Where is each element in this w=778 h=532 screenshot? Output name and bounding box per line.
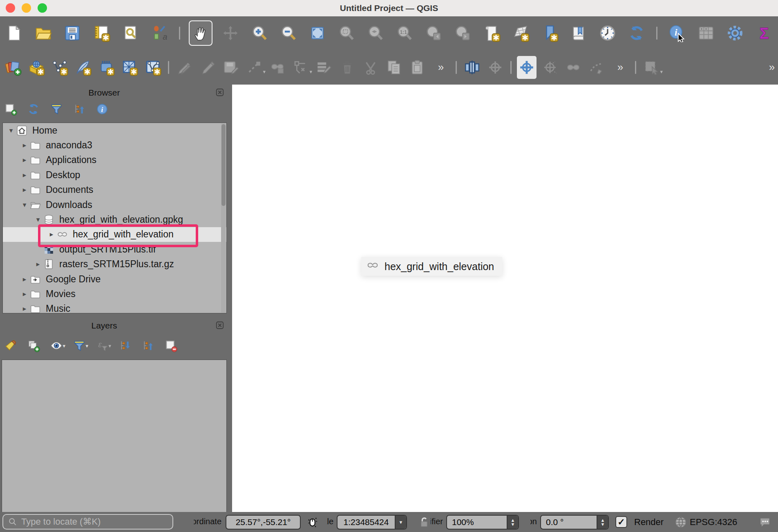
new-shapefile-layer-button[interactable] [50,56,69,79]
dropdown-arrow-icon[interactable]: ▾ [63,343,65,349]
expander-closed-icon[interactable]: ▸ [20,171,29,179]
digitizing-overflow-button[interactable]: » [431,56,450,79]
crs-globe-icon[interactable] [674,516,687,530]
scrollbar-thumb[interactable] [221,124,226,206]
dropdown-arrow-icon[interactable]: ▾ [309,69,312,75]
toolbar-separator [456,61,457,74]
dropdown-arrow-icon[interactable]: ▾ [85,343,88,349]
zoom-in-button[interactable] [248,21,271,45]
refresh-map-button[interactable] [626,21,648,45]
open-layer-styling-button[interactable] [3,338,18,353]
zoom-out-button[interactable] [277,21,300,45]
browser-item-output-srtm15plus-tif[interactable]: output_SRTM15Plus.tif [3,242,226,257]
scale-dropdown-arrow[interactable]: ▼ [395,516,406,529]
project-save-button[interactable] [61,21,83,45]
browser-properties-button[interactable]: i [95,102,110,116]
expander-closed-icon[interactable]: ▸ [47,230,56,239]
new-spatial-bookmark-button[interactable] [539,21,561,45]
style-manager-button[interactable]: a [148,21,170,45]
new-geopackage-layer-button[interactable] [143,56,163,79]
expander-open-icon[interactable]: ▾ [6,126,16,135]
expander-closed-icon[interactable]: ▸ [20,186,29,194]
map-canvas[interactable]: hex_grid_with_elevation [232,85,778,512]
expand-all-layers-button[interactable] [118,338,132,353]
render-checkbox[interactable]: ✓ [615,516,627,528]
lock-scale-icon[interactable] [418,516,431,530]
browser-item-rasters-srtm15plus-tar-gz[interactable]: ▸rasters_SRTM15Plus.tar.gz [3,257,226,272]
dropdown-arrow-icon[interactable]: ▾ [108,343,111,349]
dropdown-arrow-icon[interactable]: ▾ [263,69,266,75]
browser-item-hex-grid-with-elevation-gpkg[interactable]: ▾hex_grid_with_elevation.gpkg [3,212,226,227]
expander-open-icon[interactable]: ▾ [20,201,29,209]
statistical-summary-button[interactable]: Σ [753,21,775,45]
browser-item-hex-grid-with-elevation[interactable]: ▸hex_grid_with_elevation [3,227,226,242]
new-3d-map-view-button[interactable] [510,21,532,45]
expander-closed-icon[interactable]: ▸ [33,260,43,268]
layers-panel-close-icon[interactable] [215,321,224,330]
dropdown-arrow-icon[interactable]: ▾ [660,69,663,75]
zoom-window-button[interactable] [38,3,47,13]
filter-browser-button[interactable] [49,102,64,116]
manage-map-themes-button[interactable]: ▾ [49,338,64,353]
magnifier-spinner[interactable]: ▲▼ [507,516,518,529]
project-open-button[interactable] [32,21,54,45]
browser-item-movies[interactable]: ▸Movies [3,286,226,301]
browser-item-applications[interactable]: ▸Applications [3,153,226,168]
collapse-all-layers-button[interactable] [141,338,155,353]
browser-scrollbar[interactable] [221,123,226,313]
project-new-button[interactable] [3,21,25,45]
new-map-view-button[interactable] [481,21,503,45]
browser-item-desktop[interactable]: ▸Desktop [3,168,226,182]
browser-item-home[interactable]: ▾Home [3,123,226,138]
zoom-full-button[interactable] [306,21,329,45]
add-group-button[interactable] [26,338,41,353]
browser-item-downloads[interactable]: ▾Downloads [3,197,226,212]
refresh-browser-button[interactable] [26,102,41,116]
magnifier-spinbox[interactable]: 100% ▲▼ [446,515,519,530]
browser-item-google-drive[interactable]: ▸Google Drive [3,272,226,286]
remove-layer-button[interactable] [163,338,178,353]
coordinate-box[interactable]: 25.57°,-55.21° [226,515,301,530]
browser-item-anaconda3[interactable]: ▸anaconda3 [3,138,226,152]
browser-item-music[interactable]: ▸Music [3,302,226,313]
add-selected-layers-button[interactable] [3,102,18,116]
expander-closed-icon[interactable]: ▸ [20,304,29,313]
close-window-button[interactable] [6,3,15,13]
scale-combobox[interactable]: 1:23485424 ▼ [337,515,407,530]
enable-snapping-button[interactable] [517,56,537,79]
expander-closed-icon[interactable]: ▸ [20,290,29,298]
new-print-layout-button[interactable] [90,21,112,45]
expander-closed-icon[interactable]: ▸ [20,275,29,284]
browser-item-documents[interactable]: ▸Documents [3,183,226,197]
show-spatial-bookmarks-button[interactable] [568,21,590,45]
pan-map-button[interactable] [189,20,212,46]
browser-panel-close-icon[interactable] [215,88,224,97]
processing-toolbox-button[interactable] [724,21,746,45]
folder-icon [29,154,41,166]
selection-overflow-button[interactable]: » [762,56,778,79]
mouse-position-icon[interactable] [306,516,319,530]
filter-legend-button[interactable]: ▾ [72,338,87,353]
map-tips-button[interactable] [462,56,482,79]
temporal-controller-button[interactable] [597,21,619,45]
layers-list-empty[interactable] [2,360,227,513]
expander-closed-icon[interactable]: ▸ [20,141,29,150]
rotation-spinner[interactable]: ▲▼ [597,516,608,529]
add-vector-layer-button[interactable] [27,56,46,79]
minimize-window-button[interactable] [22,3,31,13]
show-layout-manager-button[interactable] [119,21,141,45]
identify-features-button[interactable]: i [666,21,688,45]
new-mesh-layer-button[interactable] [120,56,139,79]
collapse-all-browser-button[interactable] [72,102,87,116]
expander-closed-icon[interactable]: ▸ [20,156,29,164]
rotation-spinbox[interactable]: 0.0 ° ▲▼ [540,515,609,530]
expander-open-icon[interactable]: ▾ [33,215,43,224]
new-virtual-layer-button[interactable] [73,56,93,79]
new-temporary-scratch-layer-button[interactable] [96,56,116,79]
folder-icon [29,288,41,300]
locator-input[interactable]: Type to locate (⌘K) [2,514,173,530]
data-source-manager-button[interactable] [3,56,23,79]
crs-label[interactable]: EPSG:4326 [690,517,737,528]
messages-icon[interactable] [758,516,771,530]
snapping-overflow-button[interactable]: » [610,56,630,79]
